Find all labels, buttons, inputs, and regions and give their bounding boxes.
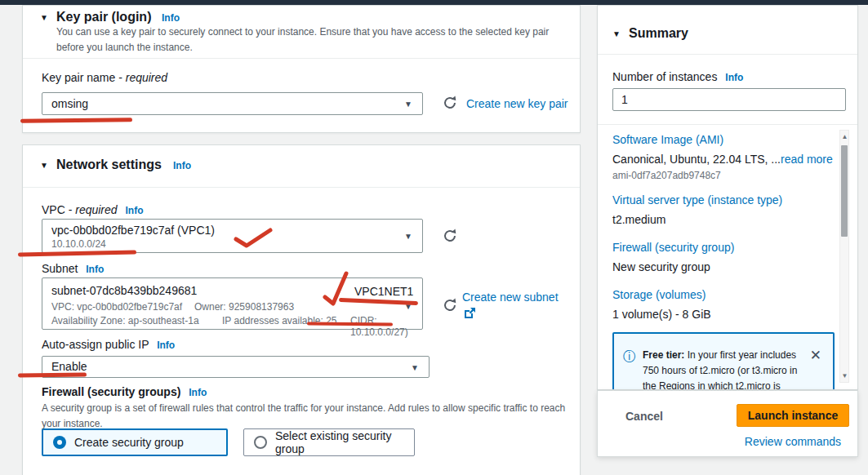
network-settings-title: Network settings <box>56 158 162 172</box>
collapse-caret-icon[interactable]: ▼ <box>40 13 48 22</box>
scrollbar-thumb[interactable] <box>841 145 848 237</box>
summary-panel: ▼ Summary Number of instances Info Softw… <box>597 5 858 390</box>
key-pair-selected-value: omsing <box>51 97 88 110</box>
firewall-label-text: Firewall (security groups) <box>42 385 180 398</box>
key-pair-info-link[interactable]: Info <box>162 12 180 24</box>
auto-assign-ip-label: Auto-assign public IP Info <box>42 338 175 351</box>
storage-heading-link[interactable]: Storage (volumes) <box>612 288 706 301</box>
free-tier-notice: ⓘ Free tier: In your first year includes… <box>612 332 835 390</box>
subnet-name-tag: VPC1NET1 <box>354 285 413 298</box>
required-text: required <box>126 71 167 84</box>
number-of-instances-label: Number of instances Info <box>612 70 743 83</box>
create-security-group-option[interactable]: Create security group <box>42 428 228 456</box>
refresh-vpc-icon[interactable] <box>442 228 458 247</box>
auto-assign-ip-value: Enable <box>51 360 87 373</box>
divider <box>598 124 857 125</box>
firewall-description: A security group is a set of firewall ru… <box>42 401 574 431</box>
subnet-label: Subnet Info <box>42 262 104 275</box>
vpc-label-text: VPC - <box>42 203 75 216</box>
firewall-info-link[interactable]: Info <box>189 387 207 398</box>
network-settings-info-link[interactable]: Info <box>173 160 191 171</box>
required-text: required <box>75 203 117 216</box>
select-existing-security-group-label: Select existing security group <box>275 429 414 455</box>
create-new-key-pair-link[interactable]: Create new key pair <box>466 97 568 110</box>
subnet-id: subnet-07dc8b439bb249681 <box>51 284 197 297</box>
auto-assign-ip-info-link[interactable]: Info <box>157 340 175 351</box>
chevron-down-icon: ▼ <box>411 362 419 371</box>
create-security-group-label: Create security group <box>74 436 184 449</box>
select-existing-security-group-option[interactable]: Select existing security group <box>243 428 415 456</box>
launch-instance-button[interactable]: Launch instance <box>737 404 849 427</box>
key-pair-name-label-text: Key pair name - <box>42 71 126 84</box>
subnet-info-link[interactable]: Info <box>86 264 104 275</box>
firewall-label: Firewall (security groups) Info <box>42 385 207 398</box>
key-pair-title: Key pair (login) <box>56 10 151 24</box>
firewall-heading-link[interactable]: Firewall (security group) <box>612 241 734 254</box>
cancel-button[interactable]: Cancel <box>625 410 663 423</box>
subnet-vpc-ref: VPC: vpc-0b0bd02fbe719c7af <box>51 301 182 313</box>
refresh-subnet-icon[interactable] <box>442 297 458 317</box>
close-icon[interactable]: ✕ <box>810 347 821 364</box>
auto-assign-ip-label-text: Auto-assign public IP <box>42 338 149 351</box>
launch-instance-page: ▼ Key pair (login) Info You can use a ke… <box>0 0 868 475</box>
ami-description-text: Canonical, Ubuntu, 22.04 LTS, ... <box>612 153 781 166</box>
vpc-info-link[interactable]: Info <box>126 205 144 216</box>
network-settings-section: ▼ Network settings Info VPC - required I… <box>22 144 581 475</box>
summary-scrollbar[interactable]: ▲ ▼ <box>839 130 849 383</box>
key-pair-select[interactable]: omsing ▼ <box>42 92 423 115</box>
subnet-az: Availability Zone: ap-southeast-1a <box>51 315 199 326</box>
number-of-instances-input[interactable] <box>612 88 846 111</box>
read-more-link[interactable]: read more <box>781 153 833 166</box>
annotation-check-vpc <box>234 228 273 249</box>
auto-assign-ip-select[interactable]: Enable ▼ <box>42 356 430 378</box>
vpc-label: VPC - required Info <box>42 203 144 216</box>
ami-id: ami-0df7a207adb9748c7 <box>612 170 721 181</box>
collapse-caret-icon[interactable]: ▼ <box>612 29 621 38</box>
vpc-selected-value: vpc-0b0bd02fbe719c7af (VPC1) <box>51 224 215 237</box>
review-commands-link[interactable]: Review commands <box>737 435 849 448</box>
summary-title: Summary <box>629 26 688 41</box>
subnet-owner: Owner: 925908137963 <box>194 301 294 313</box>
vpc-cidr: 10.10.0.0/24 <box>51 238 106 250</box>
key-pair-section: ▼ Key pair (login) Info You can use a ke… <box>22 5 581 133</box>
firewall-value: New security group <box>612 260 710 273</box>
action-footer: Cancel Launch instance Review commands <box>597 390 858 457</box>
subnet-cidr: CIDR: 10.10.0.0/27) <box>350 315 422 338</box>
free-tier-text: Free tier: In your first year includes 7… <box>643 348 799 390</box>
free-tier-bold-text: Free tier: <box>643 349 684 361</box>
chevron-down-icon: ▼ <box>404 100 412 109</box>
refresh-key-pair-icon[interactable] <box>442 95 458 114</box>
divider <box>23 58 580 59</box>
divider <box>598 54 857 55</box>
key-pair-description: You can use a key pair to securely conne… <box>56 24 579 55</box>
collapse-caret-icon[interactable]: ▼ <box>40 161 48 170</box>
scroll-up-icon[interactable]: ▲ <box>841 133 848 140</box>
vpc-select[interactable]: vpc-0b0bd02fbe719c7af (VPC1) 10.10.0.0/2… <box>42 219 423 253</box>
subnet-label-text: Subnet <box>42 262 78 275</box>
storage-value: 1 volume(s) - 8 GiB <box>612 308 711 321</box>
scroll-down-icon[interactable]: ▼ <box>841 372 848 380</box>
radio-selected-icon <box>53 436 66 449</box>
number-of-instances-label-text: Number of instances <box>612 70 717 83</box>
number-of-instances-info-link[interactable]: Info <box>725 72 743 83</box>
radio-unselected-icon <box>254 436 267 449</box>
create-new-subnet-link[interactable]: Create new subnet <box>462 291 559 304</box>
key-pair-name-label: Key pair name - required <box>42 71 167 84</box>
chevron-down-icon: ▼ <box>404 232 412 241</box>
info-circle-icon: ⓘ <box>623 348 636 366</box>
external-link-icon[interactable] <box>464 307 476 322</box>
instance-type-value: t2.medium <box>612 213 665 226</box>
instance-type-heading-link[interactable]: Virtual server type (instance type) <box>612 193 782 206</box>
divider <box>23 187 580 188</box>
ami-heading-link[interactable]: Software Image (AMI) <box>612 133 723 146</box>
ami-description: Canonical, Ubuntu, 22.04 LTS, ...read mo… <box>612 153 833 166</box>
